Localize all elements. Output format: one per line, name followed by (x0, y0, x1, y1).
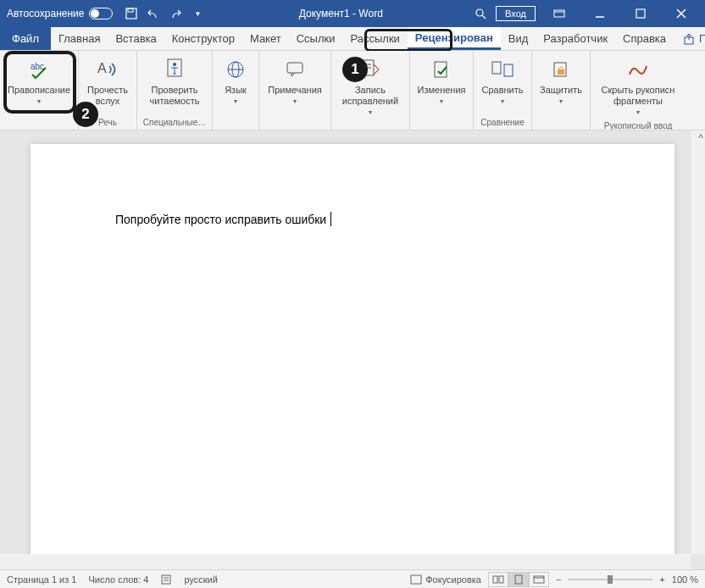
vertical-scrollbar[interactable] (691, 130, 705, 554)
protect-button[interactable]: Защитить ▾ (536, 53, 586, 128)
changes-label: Изменения (418, 85, 466, 96)
hide-ink-button[interactable]: Скрыть рукописн фрагменты ▾ (594, 53, 682, 120)
focus-label: Фокусировка (425, 574, 481, 585)
chevron-down-icon: ▾ (369, 108, 372, 117)
zoom-slider[interactable] (568, 579, 652, 580)
search-icon[interactable] (472, 5, 489, 22)
focus-mode[interactable]: Фокусировка (410, 574, 481, 585)
tab-review[interactable]: Рецензирован (408, 27, 501, 50)
chevron-down-icon: ▾ (234, 97, 237, 106)
redo-icon[interactable] (169, 7, 182, 20)
group-language: Язык ▾ (213, 51, 259, 130)
login-button[interactable]: Вход (496, 6, 536, 21)
comments-button[interactable]: Примечания ▾ (263, 53, 327, 128)
share-icon (684, 33, 696, 45)
group-compare-label: Сравнение (477, 117, 528, 128)
tab-developer[interactable]: Разработчик (536, 27, 615, 50)
zoom-in-icon[interactable]: + (659, 574, 664, 585)
hide-ink-label: Скрыть рукописн фрагменты (599, 85, 677, 107)
svg-rect-4 (554, 10, 564, 17)
check-readability-label: Проверить читаемость (146, 85, 203, 107)
annotation-badge-1: 1 (342, 57, 368, 82)
comment-icon (281, 56, 308, 83)
tab-home[interactable]: Главная (51, 27, 108, 50)
language-status[interactable]: русский (184, 574, 217, 585)
chevron-down-icon: ▾ (293, 97, 297, 106)
share-button[interactable]: Поделиться (674, 27, 705, 50)
document-area: Попробуйте просто исправить ошибки (0, 130, 705, 569)
autosave-toggle[interactable] (89, 8, 113, 19)
tab-layout[interactable]: Макет (242, 27, 289, 50)
group-ink: Скрыть рукописн фрагменты ▾ Рукописный в… (591, 51, 686, 130)
word-count[interactable]: Число слов: 4 (88, 574, 148, 585)
minimize-icon[interactable] (583, 0, 617, 27)
share-label: Поделиться (699, 32, 705, 45)
group-comments: Примечания ▾ (259, 51, 331, 130)
autosave-label: Автосохранение (7, 8, 84, 19)
group-accessibility-label: Специальные… (141, 117, 208, 128)
compare-button[interactable]: Сравнить ▾ (477, 53, 528, 117)
svg-rect-18 (287, 63, 303, 73)
horizontal-scrollbar[interactable] (0, 554, 691, 569)
group-protect: Защитить ▾ (532, 51, 591, 130)
zoom-out-icon[interactable]: − (556, 574, 561, 585)
quick-access-toolbar: ▼ (119, 7, 209, 20)
collapse-ribbon-icon[interactable]: ^ (698, 132, 703, 144)
group-compare: Сравнить ▾ Сравнение (474, 51, 532, 130)
language-icon (222, 56, 249, 83)
svg-point-14 (173, 63, 176, 66)
proofing-status-icon[interactable] (160, 574, 172, 585)
chevron-down-icon: ▾ (559, 97, 563, 106)
annotation-badge-2: 2 (73, 102, 98, 127)
read-mode-icon[interactable] (488, 572, 508, 587)
tab-design[interactable]: Конструктор (164, 27, 242, 50)
document-page[interactable]: Попробуйте просто исправить ошибки (31, 144, 674, 569)
svg-line-3 (482, 15, 486, 19)
ribbon-tabs: Файл Главная Вставка Конструктор Макет С… (0, 27, 705, 51)
compare-label: Сравнить (482, 85, 524, 96)
language-label: Язык (225, 85, 247, 96)
tab-references[interactable]: Ссылки (289, 27, 343, 50)
ribbon-display-icon[interactable] (542, 0, 576, 27)
language-button[interactable]: Язык ▾ (216, 53, 255, 128)
tab-insert[interactable]: Вставка (108, 27, 164, 50)
group-changes: Изменения ▾ (410, 51, 474, 130)
lock-icon (547, 56, 575, 83)
svg-rect-27 (162, 575, 170, 584)
qat-dropdown-icon[interactable]: ▼ (191, 7, 204, 20)
print-layout-icon[interactable] (508, 572, 529, 587)
tab-help[interactable]: Справка (615, 27, 674, 50)
svg-rect-24 (504, 64, 513, 76)
compare-icon (489, 56, 516, 83)
undo-icon[interactable] (147, 7, 160, 20)
page-count[interactable]: Страница 1 из 1 (7, 574, 76, 585)
spelling-label: Правописание (8, 85, 70, 96)
web-layout-icon[interactable] (529, 572, 549, 587)
maximize-icon[interactable] (624, 0, 658, 27)
tab-view[interactable]: Вид (501, 27, 536, 50)
autosave-section: Автосохранение (0, 8, 119, 19)
close-icon[interactable] (664, 0, 698, 27)
document-title: Документ1 - Word (209, 8, 472, 19)
protect-label: Защитить (540, 85, 582, 96)
changes-button[interactable]: Изменения ▾ (414, 53, 469, 128)
title-bar: Автосохранение ▼ Документ1 - Word Вход (0, 0, 705, 27)
tab-mailings[interactable]: Рассылки (342, 27, 407, 50)
status-bar: Страница 1 из 1 Число слов: 4 русский Фо… (0, 569, 705, 588)
svg-text:abc: abc (31, 62, 44, 71)
tab-file[interactable]: Файл (0, 27, 51, 50)
chevron-down-icon: ▾ (636, 108, 640, 117)
svg-rect-31 (493, 576, 497, 583)
svg-rect-32 (499, 576, 503, 583)
track-changes-label: Запись исправлений (340, 85, 401, 107)
ink-icon (625, 56, 652, 83)
svg-rect-23 (492, 62, 501, 74)
check-readability-button[interactable]: Проверить читаемость (141, 53, 208, 117)
save-icon[interactable] (125, 7, 138, 20)
svg-rect-1 (128, 8, 133, 12)
zoom-level[interactable]: 100 % (672, 574, 698, 585)
group-proofing: abc Правописание ▾ (0, 51, 79, 130)
text-cursor (326, 212, 330, 226)
spelling-button[interactable]: abc Правописание ▾ (3, 53, 75, 128)
chevron-down-icon: ▾ (440, 97, 443, 106)
